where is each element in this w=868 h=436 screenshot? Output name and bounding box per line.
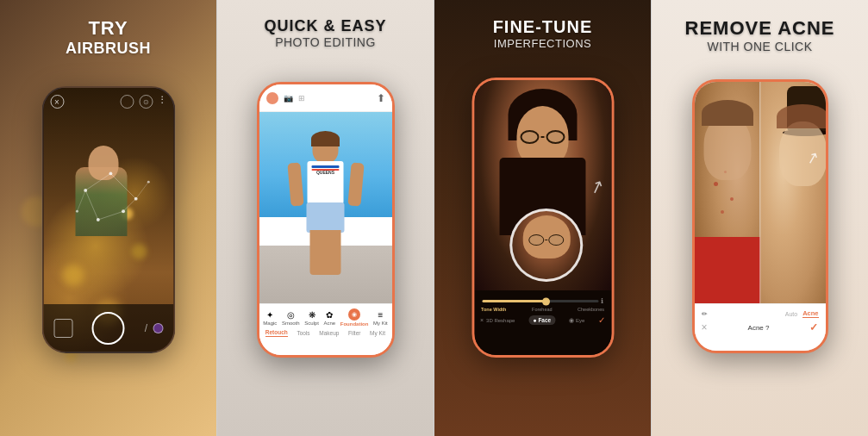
photo-area-2: QUEENS [259, 112, 392, 303]
zoom-glasses [528, 234, 564, 246]
sculpt-tool[interactable]: ❋ Sculpt [304, 310, 319, 326]
panel-3-title: FINE-TUNE IMPERFECTIONS [434, 17, 651, 50]
phone-inner-1: × ⊙ ⋮ [43, 88, 173, 352]
phone-mockup-1: × ⊙ ⋮ [41, 86, 175, 353]
phone-inner-4: ↗ ✏ Auto Acne × Acne ? [695, 82, 826, 351]
capture-button[interactable] [92, 312, 125, 345]
slider-track[interactable] [482, 300, 598, 302]
zoom-face [522, 215, 570, 258]
gallery-icon[interactable] [53, 319, 72, 338]
shirt-stripe-red [312, 169, 340, 171]
svg-line-11 [123, 199, 136, 212]
tab-makeup[interactable]: Makeup [319, 330, 339, 336]
acne-tool[interactable]: ✿ Acne [323, 310, 335, 326]
tab-mykit[interactable]: My Kit [370, 330, 385, 336]
panel-remove-acne: REMOVE ACNE WITH ONE CLICK [652, 0, 868, 436]
foundation-tool[interactable]: ◉ Foundation [340, 308, 369, 327]
timer-icon [120, 95, 134, 109]
panel-1-title: TRY AIRBRUSH [0, 17, 216, 58]
after-face-shape [779, 121, 825, 186]
mode-eye[interactable]: ◉ Eye [569, 317, 584, 324]
slider-thumb [542, 297, 550, 305]
acne-dot-1 [714, 182, 718, 186]
close-acne-icon[interactable]: × [702, 321, 708, 333]
acne-controls-top: ✏ Auto Acne [695, 304, 826, 320]
option-auto[interactable]: Auto [785, 311, 797, 317]
slider-value: ℹ [601, 297, 603, 305]
glasses [521, 130, 565, 144]
tab-tools[interactable]: Tools [297, 330, 309, 336]
sculpt-label: Sculpt [304, 321, 319, 326]
mode-3d-label: 3D Reshape [486, 318, 515, 323]
magic-label: Magic [263, 321, 277, 326]
app-toolbar-2: 📷 ⊞ ⬆ [259, 84, 392, 112]
mode-face-label: Face [538, 317, 551, 323]
phone-inner-2: 📷 ⊞ ⬆ [259, 84, 392, 355]
panel-4-title: REMOVE ACNE WITH ONE CLICK [652, 17, 868, 53]
finetune-bottom-controls: ℹ Tone Width Forehead Cheekbones × 3D Re… [474, 290, 611, 355]
label-forehead: Forehead [532, 307, 553, 312]
mykit-label: My Kit [373, 321, 388, 326]
more-icon[interactable]: ⋮ [158, 95, 166, 109]
phone-mockup-2: 📷 ⊞ ⬆ [257, 82, 395, 358]
phone-mockup-4: ↗ ✏ Auto Acne × Acne ? [692, 79, 828, 353]
slider-fill [482, 300, 546, 302]
confirm-check-3[interactable]: ✓ [598, 315, 605, 325]
label-tone-width: Tone Width [481, 307, 506, 312]
bottom-right-icons: / [145, 322, 163, 334]
foundation-icon: ◉ [348, 308, 360, 321]
panel-2-title-line2: PHOTO EDITING [217, 35, 434, 49]
grid-sm-icon: ⊞ [298, 94, 305, 103]
effect-icon [153, 323, 163, 333]
svg-line-9 [85, 190, 98, 220]
smooth-label: Smooth [282, 321, 300, 326]
acne-options-group: Auto Acne [785, 309, 819, 318]
acne-controls-bottom: × Acne ? ✓ [695, 320, 826, 335]
panel-3-title-line2: IMPERFECTIONS [434, 37, 651, 50]
foundation-label: Foundation [340, 321, 369, 327]
camera-bottom-bar: / [43, 304, 173, 352]
mode-3d-reshape[interactable]: × 3D Reshape [480, 317, 515, 323]
panel-4-title-line1: REMOVE ACNE [652, 17, 868, 40]
magic-tool[interactable]: ✦ Magic [263, 310, 277, 326]
phone-inner-3: ↗ ℹ Tone Width Forehead Cheekbones [474, 80, 611, 355]
tab-retouch[interactable]: Retouch [265, 329, 288, 337]
mykit-tool[interactable]: ≡ My Kit [373, 310, 388, 326]
fashion-woman-figure: QUEENS [293, 133, 358, 275]
panel-3-title-line1: FINE-TUNE [434, 17, 651, 37]
acne-dot-4 [721, 210, 724, 214]
option-acne[interactable]: Acne [802, 309, 818, 318]
slider-row: ℹ [478, 294, 608, 307]
home-dot-icon [266, 92, 278, 104]
confirm-check-4[interactable]: ✓ [809, 321, 818, 333]
photo-area-4: ↗ [695, 82, 826, 303]
svg-line-10 [97, 211, 122, 220]
upload-icon[interactable]: ⬆ [377, 92, 385, 104]
svg-line-13 [135, 182, 148, 198]
panel-2-title-line1: QUICK & EASY [217, 17, 434, 35]
before-face [695, 82, 760, 303]
acne-label-group: Acne ? [748, 324, 770, 332]
acne-dot-2 [730, 197, 734, 201]
tab-filter[interactable]: Filter [348, 330, 360, 336]
red-shirt [695, 237, 760, 303]
mode-face[interactable]: ● Face [528, 315, 555, 325]
mode-tabs-row: × 3D Reshape ● Face ◉ Eye ✓ [478, 312, 608, 327]
acne-question-label: Acne ? [748, 324, 770, 332]
smooth-tool[interactable]: ◎ Smooth [282, 310, 300, 326]
before-hair [702, 100, 753, 126]
slash-icon: / [145, 322, 147, 334]
close-icon[interactable]: × [50, 95, 64, 109]
panel-1-title-line1: TRY [0, 17, 216, 40]
after-hair [777, 104, 826, 128]
app-bottom-tabs: ✦ Magic ◎ Smooth ❋ Sculpt ✿ Acne [259, 303, 392, 355]
bottom-nav-tabs: Retouch Tools Makeup Filter My Kit [259, 327, 392, 339]
app-toolbar-left-icons: 📷 ⊞ [266, 92, 305, 104]
zoom-circle [509, 209, 583, 282]
acne-bottom-controls: ✏ Auto Acne × Acne ? ✓ [695, 303, 826, 351]
phone-top-bar-1: × ⊙ ⋮ [50, 95, 166, 109]
shirt-stripe-blue [312, 165, 340, 168]
camera-sm-icon: 📷 [284, 94, 293, 103]
top-tool-icons: ⊙ ⋮ [120, 95, 166, 109]
woman-hair [311, 131, 340, 146]
